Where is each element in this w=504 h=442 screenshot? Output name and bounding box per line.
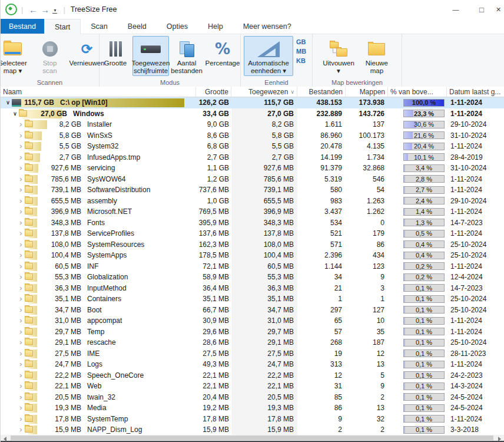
chevron-right-icon[interactable]: › bbox=[17, 416, 25, 422]
chevron-right-icon[interactable]: › bbox=[17, 274, 25, 280]
column-header-bestanden[interactable]: Bestanden bbox=[297, 87, 346, 97]
chevron-right-icon[interactable]: › bbox=[17, 307, 25, 313]
chevron-right-icon[interactable]: › bbox=[17, 198, 25, 204]
column-header-grootte[interactable]: Grootte bbox=[196, 87, 231, 97]
chevron-right-icon[interactable]: › bbox=[17, 220, 25, 226]
table-row[interactable]: ›29,7 MBTemp29,6 MB29,7 MB57350,1 %1-11-… bbox=[1, 326, 504, 338]
chevron-right-icon[interactable]: › bbox=[17, 187, 25, 193]
column-header-toegewezen[interactable]: Toegewezen ∨ bbox=[231, 87, 297, 97]
tab-opties[interactable]: Opties bbox=[157, 19, 198, 34]
unit-mb-button[interactable]: MB bbox=[296, 48, 306, 55]
table-row[interactable]: ›60,5 MBINF72,1 MB60,5 MB1.1441230,2 %1-… bbox=[1, 261, 504, 272]
chevron-down-icon[interactable]: ∨ bbox=[11, 111, 19, 117]
tab-start[interactable]: Start bbox=[44, 19, 81, 34]
folder-icon bbox=[25, 415, 33, 422]
table-row[interactable]: ›15,9 MBNAPP_Dism_Log15,9 MB15,9 MB220,1… bbox=[1, 424, 504, 435]
scrollbar-thumb[interactable] bbox=[11, 436, 493, 440]
chevron-right-icon[interactable]: › bbox=[17, 383, 25, 389]
chevron-right-icon[interactable]: › bbox=[17, 242, 25, 248]
table-row[interactable]: ›31,0 MBappcompat30,9 MB31,0 MB65100,1 %… bbox=[1, 315, 504, 326]
column-header-naam[interactable]: Naam bbox=[1, 87, 196, 97]
cell-grootte: 137,6 MB bbox=[196, 228, 231, 239]
table-row[interactable]: ›396,9 MBMicrosoft.NET769,5 MB396,9 MB3.… bbox=[1, 206, 504, 217]
item-name: Boot bbox=[87, 306, 102, 314]
table-row[interactable]: ›739,1 MBSoftwareDistribution737,6 MB739… bbox=[1, 184, 504, 196]
table-row[interactable]: ›137,8 MBServiceProfiles137,6 MB137,8 MB… bbox=[1, 228, 504, 239]
chevron-right-icon[interactable]: › bbox=[17, 372, 25, 378]
chevron-right-icon[interactable]: › bbox=[17, 121, 25, 127]
table-row[interactable]: ›20,5 MBtwain_3220,4 MB20,5 MB8520,1 %24… bbox=[1, 392, 504, 403]
table-row[interactable]: ∨115,7 GBC:\ op [Win10]126,2 GB115,7 GB4… bbox=[1, 97, 504, 108]
quick-access-customize-button[interactable]: ▾ bbox=[51, 6, 59, 13]
table-row[interactable]: ›22,2 MBSpeech_OneCore22,1 MB22,2 MB1250… bbox=[1, 370, 504, 381]
chevron-right-icon[interactable]: › bbox=[17, 209, 25, 215]
tab-meer-wensen[interactable]: Meer wensen? bbox=[233, 19, 301, 34]
table-row[interactable]: ›36,3 MBInputMethod36,4 MB36,3 MB2130,1 … bbox=[1, 283, 504, 294]
table-row[interactable]: ›5,5 GBSystem326,8 GB5,5 GB20.4784.13520… bbox=[1, 141, 504, 152]
chevron-right-icon[interactable]: › bbox=[17, 143, 25, 149]
close-button[interactable]: ✕ bbox=[495, 0, 504, 19]
table-row[interactable]: ›108,0 MBSystemResources162,3 MB108,0 MB… bbox=[1, 239, 504, 250]
table-row[interactable]: ›34,7 MBBoot66,7 MB34,7 MB2971270,1 %25-… bbox=[1, 305, 504, 316]
tab-beeld[interactable]: Beeld bbox=[118, 19, 157, 34]
chevron-right-icon[interactable]: › bbox=[17, 230, 25, 236]
horizontal-scrollbar[interactable] bbox=[1, 435, 504, 441]
chevron-down-icon[interactable]: ∨ bbox=[4, 100, 12, 105]
chevron-right-icon[interactable]: › bbox=[17, 154, 25, 160]
tab-scan[interactable]: Scan bbox=[81, 19, 118, 34]
table-row[interactable]: ∨27,0 GBWindows33,4 GB27,0 GB232.889143.… bbox=[1, 108, 504, 120]
chevron-right-icon[interactable]: › bbox=[17, 394, 25, 400]
column-header-percent[interactable]: % van bove... bbox=[388, 87, 447, 97]
chevron-right-icon[interactable]: › bbox=[17, 339, 25, 345]
file-count-mode-button[interactable]: Aantal bestanden bbox=[170, 36, 204, 76]
table-header: Naam Grootte Toegewezen ∨ Bestanden Mapp… bbox=[1, 87, 504, 97]
chevron-right-icon[interactable]: › bbox=[17, 351, 25, 357]
new-folder-button[interactable]: Nieuwe map bbox=[359, 36, 395, 76]
unit-kb-button[interactable]: KB bbox=[296, 57, 306, 65]
table-row[interactable]: ›5,8 GBWinSxS8,6 GB5,8 GB86.960100.17321… bbox=[1, 130, 504, 141]
table-row[interactable]: ›24,7 MBLogs49,3 MB24,7 MB313130,1 %1-11… bbox=[1, 359, 504, 370]
table-row[interactable]: ›2,7 GBInfusedApps.tmp2,7 GB2,7 GB14.199… bbox=[1, 152, 504, 163]
table-row[interactable]: ›785,6 MBSysWOW641,2 GB785,6 MB5.3195462… bbox=[1, 174, 504, 185]
allocated-space-mode-button[interactable]: Toegewezen schijfruimte bbox=[132, 36, 169, 76]
tab-bestand[interactable]: Bestand bbox=[1, 19, 44, 34]
table-row[interactable]: ›8,2 GBInstaller9,0 GB8,2 GB1.61113730,6… bbox=[1, 119, 504, 130]
table-row[interactable]: ›927,6 MBservicing1,1 GB927,6 MB91.37932… bbox=[1, 163, 504, 174]
tab-help[interactable]: Help bbox=[198, 19, 233, 34]
table-row[interactable]: ›27,5 MBIME27,5 MB27,5 MB19120,1 %28-11-… bbox=[1, 348, 504, 359]
automatic-units-button[interactable]: Automatische eenheden ▾ bbox=[244, 36, 293, 76]
chevron-right-icon[interactable]: › bbox=[17, 329, 25, 335]
table-row[interactable]: ›35,1 MBContainers35,1 MB35,1 MB110,1 %2… bbox=[1, 293, 504, 305]
table-row[interactable]: ›17,8 MBSystemTemp17,8 MB17,8 MB9320,1 %… bbox=[1, 414, 504, 425]
back-button[interactable]: ← bbox=[27, 5, 39, 15]
size-mode-button[interactable]: Grootte bbox=[99, 36, 132, 68]
expand-button[interactable]: Uitvouwen ▾ bbox=[319, 36, 358, 76]
chevron-right-icon[interactable]: › bbox=[17, 252, 25, 258]
table-row[interactable]: ›655,5 MBassembly1,0 GB655,5 MB9831.2632… bbox=[1, 196, 504, 207]
chevron-right-icon[interactable]: › bbox=[17, 133, 25, 138]
percentage-mode-button[interactable]: % Percentage bbox=[204, 36, 241, 68]
forward-button[interactable]: → bbox=[39, 5, 51, 15]
table-row[interactable]: ›100,4 MBSystemApps178,5 MB100,4 MB2.396… bbox=[1, 250, 504, 261]
select-folder-button[interactable]: Selecteer map ▾ bbox=[0, 36, 31, 76]
table-row[interactable]: ›19,3 MBMedia19,2 MB19,3 MB86130,1 %24-5… bbox=[1, 403, 504, 414]
chevron-right-icon[interactable]: › bbox=[17, 318, 25, 324]
minimize-button[interactable]: — bbox=[443, 0, 469, 19]
column-header-datum[interactable]: Datum laatst g... bbox=[447, 87, 504, 97]
table-row[interactable]: ›29,1 MBrescache28,6 MB29,1 MB2681870,1 … bbox=[1, 337, 504, 348]
unit-gb-button[interactable]: GB bbox=[296, 38, 306, 46]
chevron-right-icon[interactable]: › bbox=[17, 263, 25, 269]
chevron-right-icon[interactable]: › bbox=[17, 296, 25, 302]
chevron-right-icon[interactable]: › bbox=[17, 285, 25, 291]
button-label: map bbox=[370, 67, 383, 75]
maximize-button[interactable]: □ bbox=[469, 0, 495, 19]
chevron-right-icon[interactable]: › bbox=[17, 405, 25, 411]
chevron-right-icon[interactable]: › bbox=[17, 427, 25, 433]
column-header-mappen[interactable]: Mappen bbox=[346, 87, 388, 97]
chevron-right-icon[interactable]: › bbox=[17, 176, 25, 182]
chevron-right-icon[interactable]: › bbox=[17, 165, 25, 171]
table-row[interactable]: ›22,1 MBWeb22,1 MB22,1 MB3190,1 %14-3-20… bbox=[1, 381, 504, 392]
table-row[interactable]: ›348,3 MBFonts395,9 MB348,3 MB53401,3 %1… bbox=[1, 217, 504, 229]
chevron-right-icon[interactable]: › bbox=[17, 361, 25, 367]
table-row[interactable]: ›55,3 MBGlobalization58,9 MB55,3 MB3490,… bbox=[1, 272, 504, 283]
